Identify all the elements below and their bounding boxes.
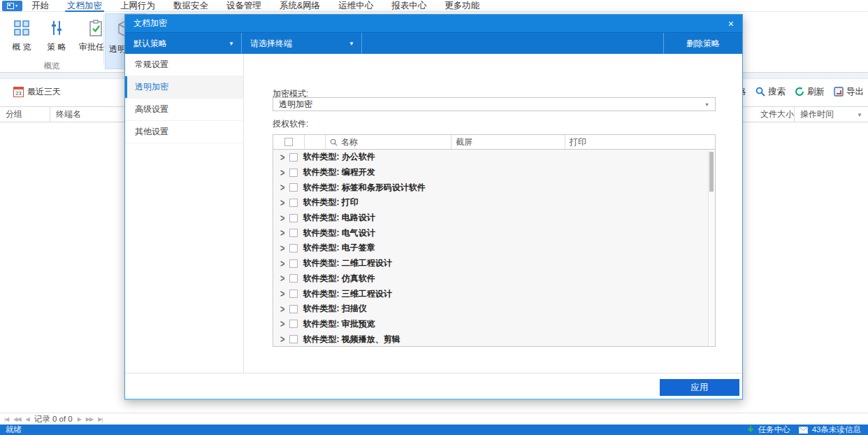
row-checkbox[interactable] [289, 169, 298, 177]
ribbon-tab[interactable]: 更多功能 [435, 0, 489, 12]
dialog-sidebar-item[interactable]: 常规设置 [125, 54, 243, 76]
policy-button-label: 策 略 [39, 41, 74, 53]
ribbon-tab-label: 数据安全 [173, 1, 208, 10]
expand-chevron-icon[interactable]: > [280, 273, 284, 285]
expand-chevron-icon[interactable]: > [280, 227, 284, 238]
overview-button[interactable]: 概 览 [4, 15, 39, 53]
table-scrollbar[interactable] [708, 150, 714, 346]
nav-fast-next-icon[interactable]: ▶▶ [86, 416, 93, 422]
apply-button[interactable]: 应用 [660, 379, 739, 396]
document-encryption-dialog: 文档加密 × 默认策略 ▼ 请选择终端 ▼ 删除策略 常规设置 透明加密 高级 [124, 14, 743, 400]
task-center-link[interactable]: 任务中心 [758, 425, 790, 435]
ribbon-tab[interactable]: 设备管理 [217, 0, 270, 12]
dialog-sidebar-item-label: 高级设置 [135, 104, 168, 115]
software-table-row[interactable]: > 软件类型: 编程开发 [273, 165, 715, 180]
encryption-mode-value: 透明加密 [279, 99, 312, 110]
grid-header-filesize[interactable]: 文件大小 [755, 107, 795, 122]
print-column-header[interactable]: 打印 [565, 135, 715, 149]
policy-dropdown[interactable]: 默认策略 ▼ [125, 33, 242, 54]
row-checkbox[interactable] [289, 229, 298, 237]
date-filter-button[interactable]: 23 最近三天 [13, 86, 61, 98]
row-checkbox[interactable] [289, 183, 298, 192]
ribbon-tab-label: 运维中心 [338, 1, 373, 10]
delete-policy-button[interactable]: 删除策略 [663, 33, 742, 54]
software-table-row[interactable]: > 软件类型: 电路设计 [273, 211, 715, 226]
grid-header-group[interactable]: 分组 [0, 107, 50, 122]
row-checkbox[interactable] [289, 199, 298, 207]
expand-chevron-icon[interactable]: > [280, 213, 284, 224]
policy-button[interactable]: 策 略 [39, 15, 74, 53]
expand-chevron-icon[interactable]: > [280, 334, 284, 345]
software-table-row[interactable]: > 软件类型: 仿真软件 [273, 271, 715, 287]
terminal-dropdown[interactable]: 请选择终端 ▼ [242, 33, 362, 54]
row-checkbox[interactable] [289, 320, 298, 328]
software-table-row[interactable]: > 软件类型: 办公软件 [273, 150, 715, 165]
row-checkbox[interactable] [289, 335, 298, 343]
row-checkbox[interactable] [289, 305, 298, 313]
row-checkbox[interactable] [289, 244, 298, 252]
row-checkbox[interactable] [289, 214, 298, 222]
software-type-label: 软件类型: 审批预览 [303, 318, 375, 330]
unread-messages-link[interactable]: 43条未读信息 [812, 425, 861, 435]
expand-chevron-icon[interactable]: > [280, 167, 284, 178]
dialog-sidebar-item[interactable]: 透明加密 [125, 76, 243, 99]
software-table-row[interactable]: > 软件类型: 二维工程设计 [273, 256, 715, 271]
expand-chevron-icon[interactable]: > [280, 152, 284, 163]
software-table-row[interactable]: > 软件类型: 打印 [273, 195, 715, 211]
ribbon-tab[interactable]: 系统&网络 [270, 0, 329, 12]
encryption-mode-select[interactable]: 透明加密 ▼ [273, 97, 716, 111]
toolbar-export-button[interactable]: 导出 [834, 86, 864, 98]
ribbon-tab[interactable]: 上网行为 [111, 0, 164, 12]
row-checkbox[interactable] [289, 153, 298, 162]
ribbon-tab[interactable]: 运维中心 [329, 0, 382, 12]
ribbon-tab[interactable]: 数据安全 [164, 0, 217, 12]
expand-chevron-icon[interactable]: > [280, 197, 284, 208]
window-icon [7, 3, 14, 9]
close-icon[interactable]: × [728, 19, 734, 29]
screenshot-column-header[interactable]: 截屏 [451, 135, 565, 149]
expand-chevron-icon[interactable]: > [280, 243, 284, 254]
grid-header-optime[interactable]: 操作时间 ▼ [795, 107, 868, 122]
filter-caret-icon[interactable]: ▼ [857, 112, 862, 118]
dialog-sidebar-item[interactable]: 其他设置 [125, 121, 243, 143]
software-table-row[interactable]: > 软件类型: 扫描仪 [273, 301, 715, 317]
toolbar-refresh-button[interactable]: 刷新 [795, 86, 825, 98]
row-checkbox[interactable] [289, 274, 298, 283]
ribbon-tab[interactable]: 文档加密 [58, 0, 111, 12]
calendar-icon: 23 [13, 87, 24, 97]
software-type-label: 软件类型: 电气设计 [303, 227, 375, 239]
expand-chevron-icon[interactable]: > [280, 288, 284, 299]
software-table-row[interactable]: > 软件类型: 标签和条形码设计软件 [273, 180, 715, 195]
grid-header-terminal[interactable]: 终端名 [50, 107, 134, 122]
software-table-row[interactable]: > 软件类型: 三维工程设计 [273, 286, 715, 301]
app-menu-button[interactable]: ▾ [2, 1, 22, 11]
expand-chevron-icon[interactable]: > [280, 258, 284, 269]
export-icon [834, 87, 844, 97]
authorized-software-label: 授权软件: [273, 118, 308, 130]
nav-first-icon[interactable]: |◀ [4, 416, 8, 422]
software-table-row[interactable]: > 软件类型: 电子签章 [273, 241, 715, 256]
name-column-header[interactable]: 名称 [326, 135, 451, 149]
dialog-title: 文档加密 [133, 17, 167, 29]
dialog-sidebar-item[interactable]: 高级设置 [125, 99, 243, 121]
expand-column-header [305, 135, 326, 149]
row-checkbox[interactable] [289, 290, 298, 298]
toolbar-search-button[interactable]: 搜索 [755, 86, 786, 98]
delete-policy-label: 删除策略 [686, 38, 720, 50]
ribbon-tab[interactable]: 报表中心 [382, 0, 435, 12]
table-scrollbar-thumb[interactable] [709, 152, 714, 192]
software-table-row[interactable]: > 软件类型: 审批预览 [273, 317, 715, 332]
software-table-row[interactable]: > 软件类型: 视频播放、剪辑 [273, 331, 715, 347]
nav-last-icon[interactable]: ▶| [98, 416, 102, 422]
ribbon-tab[interactable]: 开始 [22, 0, 58, 12]
status-bar: 就绪 任务中心 43条未读信息 [0, 425, 868, 435]
software-table-row[interactable]: > 软件类型: 电气设计 [273, 225, 715, 241]
nav-fast-prev-icon[interactable]: ◀◀ [13, 416, 20, 422]
nav-prev-icon[interactable]: ◀ [26, 416, 29, 422]
nav-next-icon[interactable]: ▶ [78, 416, 81, 422]
select-all-checkbox[interactable] [284, 138, 293, 146]
row-checkbox[interactable] [289, 259, 298, 268]
expand-chevron-icon[interactable]: > [280, 319, 284, 330]
expand-chevron-icon[interactable]: > [280, 304, 284, 315]
expand-chevron-icon[interactable]: > [280, 182, 284, 193]
